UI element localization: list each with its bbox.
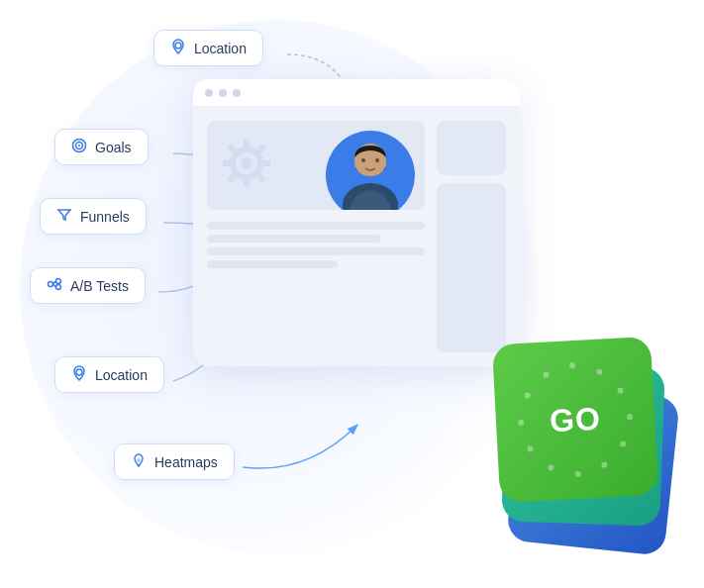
pill-abtests[interactable]: A/B Tests — [30, 267, 146, 304]
browser-line-3 — [207, 247, 425, 255]
browser-right-panel — [437, 121, 506, 352]
svg-point-28 — [524, 392, 530, 398]
funnels-icon — [56, 207, 72, 226]
svg-point-27 — [518, 420, 524, 426]
browser-content — [193, 107, 520, 366]
go-stack: GO — [474, 341, 672, 548]
pill-abtests-label: A/B Tests — [70, 278, 129, 294]
pill-funnels-label: Funnels — [80, 209, 130, 225]
svg-point-22 — [620, 441, 626, 446]
browser-line-2 — [207, 235, 381, 243]
pill-goals[interactable]: Goals — [54, 129, 149, 165]
pill-heatmaps[interactable]: Heatmaps — [114, 443, 235, 480]
svg-point-19 — [596, 368, 602, 374]
svg-point-15 — [56, 279, 61, 284]
svg-point-20 — [617, 387, 623, 393]
pill-location-bottom[interactable]: Location — [54, 356, 164, 393]
svg-point-16 — [56, 285, 61, 290]
browser-text-lines — [207, 218, 425, 272]
pill-location-top[interactable]: Location — [153, 30, 263, 66]
browser-right-box-1 — [437, 121, 506, 175]
heatmaps-icon — [131, 452, 147, 471]
goals-icon — [71, 138, 87, 156]
svg-point-24 — [575, 471, 581, 477]
pill-location-bottom-label: Location — [95, 367, 148, 383]
gear-icon — [217, 126, 296, 205]
pill-funnels[interactable]: Funnels — [40, 198, 147, 235]
person-silhouette — [331, 136, 410, 210]
svg-point-26 — [527, 445, 533, 451]
avatar — [326, 131, 415, 210]
abtests-icon — [47, 276, 62, 295]
browser-line-1 — [207, 222, 425, 230]
browser-bar — [193, 79, 520, 107]
pill-location-top-label: Location — [194, 41, 247, 56]
svg-point-1 — [241, 157, 252, 169]
browser-dot-2 — [219, 89, 227, 97]
svg-point-29 — [543, 371, 549, 377]
pill-heatmaps-label: Heatmaps — [154, 454, 218, 470]
browser-left-panel — [207, 121, 425, 352]
location-bottom-icon — [71, 365, 87, 384]
go-dots-pattern — [508, 352, 644, 488]
browser-dot-3 — [233, 89, 241, 97]
browser-right-box-2 — [437, 183, 506, 352]
svg-point-8 — [361, 158, 365, 162]
svg-point-25 — [548, 464, 553, 470]
svg-point-18 — [569, 362, 575, 368]
svg-point-23 — [601, 461, 607, 467]
svg-point-10 — [175, 43, 181, 49]
svg-point-14 — [49, 282, 53, 287]
card-green: GO — [492, 337, 658, 503]
location-top-icon — [170, 39, 186, 57]
pill-goals-label: Goals — [95, 140, 132, 155]
svg-point-9 — [375, 158, 379, 162]
browser-line-4 — [207, 260, 338, 268]
browser-mockup — [193, 79, 520, 366]
svg-point-17 — [76, 369, 82, 375]
svg-point-21 — [627, 414, 633, 420]
scene: Location Goals Funnels A/B Tests Locatio… — [0, 0, 704, 588]
browser-dot-1 — [205, 89, 213, 97]
svg-point-13 — [78, 145, 80, 147]
browser-hero-image — [207, 121, 425, 210]
